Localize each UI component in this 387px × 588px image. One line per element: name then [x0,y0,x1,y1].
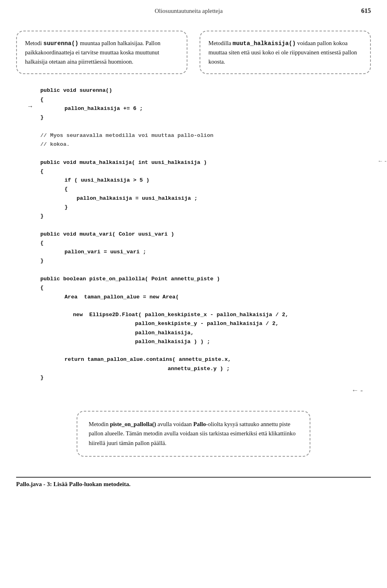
code-line-10: { [40,167,371,176]
code-line-32: annettu_piste.y ) ; [40,364,371,373]
bubble-left: Metodi suurenna() muuntaa pallon halkais… [16,31,187,74]
mono-pallo: Pallo [193,421,206,427]
code-block: → ← - - - public void suurenna() { pallo… [40,86,371,395]
code-line-13: pallon_halkaisija = uusi_halkaisija ; [40,194,371,203]
code-line-30 [40,346,371,355]
page-header: Oliosuuntautuneita apletteja 615 [16,0,371,19]
bubbles-row: Metodi suurenna() muuntaa pallon halkais… [16,31,371,74]
bubble-bottom: Metodin piste_on_pallolla() avulla voida… [77,411,310,457]
code-line-7: // kokoa. [40,140,371,149]
code-line-16 [40,221,371,230]
code-line-3: pallon_halkaisija += 6 ; [40,104,371,113]
page-container: Oliosuuntautuneita apletteja 615 Metodi … [0,0,387,588]
arrow-left-indicator: → [28,103,32,110]
code-section: public void suurenna() { pallon_halkaisi… [40,86,371,382]
arrow-right-indicator: ← - - - [378,158,387,164]
code-line-5 [40,122,371,131]
page-footer: Pallo.java - 3: Lisää Pallo-luokan metod… [16,477,371,488]
code-line-22: public boolean piste_on_pallolla( Point … [40,275,371,284]
code-line-26: new Ellipse2D.Float( pallon_keskipiste_x… [40,311,371,319]
mono-suurenna: suurenna() [44,40,79,47]
code-line-14: } [40,203,371,212]
code-line-23: { [40,284,371,292]
code-line-12: { [40,185,371,194]
code-line-27: pallon_keskipiste_y - pallon_halkaisija … [40,319,371,328]
code-line-25 [40,302,371,311]
bottom-right-arrow: ← - [40,386,363,395]
mono-muuta-halkaisija: muuta_halkaisija() [233,40,296,47]
code-line-9: public void muuta_halkaisija( int uusi_h… [40,158,371,167]
code-line-2: { [40,95,371,104]
code-line-15: } [40,212,371,221]
code-line-4: } [40,113,371,122]
bubble-right: Metodilla muuta_halkaisija() voidaan pal… [200,31,371,74]
code-line-29: pallon_halkaisija ) ) ; [40,337,371,346]
code-line-6: // Myos seuraavalla metodilla voi muutta… [40,131,371,140]
page-number: 615 [361,7,371,14]
header-title: Oliosuuntautuneita apletteja [16,8,361,14]
code-line-8 [40,149,371,158]
code-line-21 [40,266,371,275]
code-line-18: { [40,239,371,248]
code-line-19: pallon_vari = uusi_vari ; [40,248,371,257]
code-line-33: } [40,373,371,382]
code-line-17: public void muuta_vari( Color uusi_vari … [40,230,371,239]
footer-label: Pallo.java - 3: Lisää Pallo-luokan metod… [16,481,131,487]
code-line-20: } [40,257,371,265]
code-line-24: Area taman_pallon_alue = new Area( [40,293,371,302]
code-line-31: return taman_pallon_alue.contains( annet… [40,355,371,364]
code-line-11: if ( uusi_halkaisija > 5 ) [40,176,371,185]
code-line-1: public void suurenna() [40,86,371,95]
code-line-28: pallon_halkaisija, [40,329,371,337]
mono-piste-on-pallolla: piste_on_pallolla() [110,421,156,427]
